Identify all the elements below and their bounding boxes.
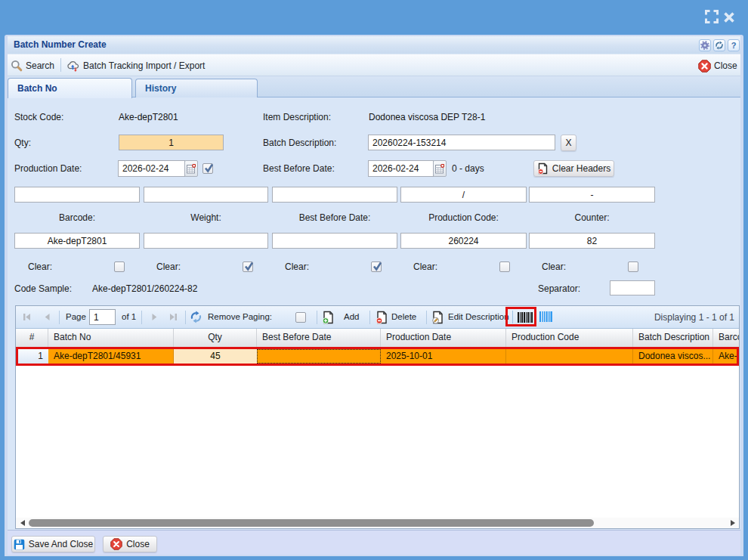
remove-paging-checkbox[interactable] [295, 312, 306, 323]
tab-history[interactable]: History [135, 79, 258, 97]
production-date-input[interactable]: 2026-02-24 [118, 160, 185, 177]
gear-icon [700, 41, 709, 50]
toolbar-separator [141, 311, 142, 324]
batch-grid: Page 1 of 1 Remove Paging: Add Delete Ed… [15, 305, 740, 529]
clear-headers-button[interactable]: Clear Headers [533, 160, 614, 177]
search-button[interactable]: Search [26, 60, 54, 71]
last-page-icon[interactable] [168, 311, 179, 323]
row-cell-num: 1 [18, 349, 48, 364]
best-before-date-input[interactable]: 2026-02-24 [368, 160, 434, 177]
close-x-icon[interactable] [723, 11, 735, 23]
row-cell-batch-no: Ake-depT2801/45931 [48, 349, 174, 364]
window-title: Batch Number Create [14, 39, 107, 50]
page-input[interactable]: 1 [89, 309, 116, 325]
refresh-button[interactable] [713, 39, 725, 51]
page-label: Page [66, 312, 86, 321]
weight-input[interactable] [144, 233, 268, 249]
segment-input-3[interactable] [272, 187, 397, 203]
clear-checkbox-1[interactable] [114, 261, 125, 272]
barcode-label: Barcode: [14, 212, 140, 224]
qty-input[interactable]: 1 [119, 135, 224, 150]
column-header-production-date[interactable]: Production Date [381, 329, 506, 347]
item-description-value: Dodonea viscosa DEP T28-1 [369, 111, 485, 123]
row-cell-best-before-date [257, 349, 381, 364]
stock-code-value: Ake-depT2801 [119, 111, 178, 123]
column-header-qty[interactable]: Qty [174, 329, 257, 347]
next-page-icon[interactable] [149, 311, 160, 323]
add-icon [322, 311, 335, 324]
prev-page-icon[interactable] [42, 311, 53, 323]
counter-input[interactable]: 82 [529, 233, 655, 249]
column-header-best-before-date[interactable]: Best Before Date [257, 329, 381, 347]
code-sample-label: Code Sample: [14, 283, 72, 295]
scroll-left-icon[interactable] [20, 520, 26, 526]
clear-checkbox-5[interactable] [628, 261, 638, 272]
import-export-cloud-icon [66, 60, 80, 72]
barcode-blue-icon[interactable] [539, 311, 554, 322]
production-code-input[interactable]: 260224 [400, 233, 527, 249]
production-date-checkbox[interactable] [202, 163, 213, 174]
segment-input-5[interactable]: - [529, 187, 655, 203]
production-date-trigger[interactable] [184, 160, 198, 177]
search-icon [11, 60, 23, 72]
row-cell-production-code [506, 349, 633, 364]
clear-checkbox-3[interactable] [371, 261, 382, 272]
segment-input-1[interactable] [14, 187, 140, 203]
help-button[interactable]: ? [728, 39, 740, 51]
clear-batch-description-button[interactable]: X [561, 135, 576, 151]
batch-description-label: Batch Description: [263, 137, 336, 149]
barcode-icon[interactable] [518, 312, 533, 323]
batch-tracking-import-export-button[interactable]: Batch Tracking Import / Export [83, 60, 205, 71]
tab-batch-no[interactable]: Batch No [8, 78, 132, 98]
scroll-right-icon[interactable] [730, 520, 736, 526]
toolbar-separator [369, 311, 370, 324]
edit-description-button[interactable]: Edit Description [448, 312, 509, 321]
toolbar-close-button[interactable]: Close [714, 60, 737, 71]
toolbar-separator [60, 58, 61, 72]
production-code-label: Production Code: [400, 212, 527, 224]
clear-label-1: Clear: [28, 261, 52, 273]
footer-close-button[interactable]: Close [103, 536, 157, 552]
best-before-date-label: Best Before Date: [263, 162, 335, 175]
remove-paging-label: Remove Paging: [208, 312, 272, 321]
calendar-icon [187, 164, 196, 174]
page-of-label: of 1 [122, 312, 136, 321]
column-header-batch-no[interactable]: Batch No [48, 329, 174, 347]
best-before-date-segment-input[interactable] [272, 233, 397, 249]
days-text: 0 - days [452, 162, 484, 175]
segment-input-4[interactable]: / [400, 187, 527, 203]
scrollbar-thumb[interactable] [29, 519, 594, 527]
stock-code-label: Stock Code: [14, 111, 63, 123]
row-cell-batch-description: Dodonea viscos... [633, 349, 713, 364]
delete-button[interactable]: Delete [391, 312, 416, 321]
table-row[interactable]: 1 Ake-depT2801/45931 45 2025-10-01 Dodon… [18, 349, 737, 364]
row-cell-production-date: 2025-10-01 [381, 349, 506, 364]
clear-checkbox-4[interactable] [499, 261, 510, 272]
grid-refresh-icon[interactable] [190, 311, 202, 323]
annotation-row-highlight: 1 Ake-depT2801/45931 45 2025-10-01 Dodon… [16, 347, 739, 366]
code-sample-value: Ake-depT2801/260224-82 [92, 283, 197, 295]
column-header-num[interactable]: # [16, 329, 48, 347]
settings-button[interactable] [699, 39, 711, 51]
column-header-batch-description[interactable]: Batch Description [633, 329, 713, 347]
first-page-icon[interactable] [21, 311, 32, 323]
column-header-production-code[interactable]: Production Code [506, 329, 633, 347]
edit-description-icon [431, 311, 444, 324]
barcode-input[interactable]: Ake-depT2801 [14, 233, 140, 249]
column-header-barcode[interactable]: Barcode [713, 329, 739, 347]
production-date-label: Production Date: [14, 162, 82, 175]
clear-checkbox-2[interactable] [243, 261, 253, 272]
clear-label-2: Clear: [156, 261, 181, 273]
add-button[interactable]: Add [344, 312, 359, 321]
batch-description-input[interactable]: 20260224-153214 [368, 135, 555, 150]
separator-input[interactable] [610, 280, 655, 295]
qty-label: Qty: [14, 137, 31, 149]
maximize-icon[interactable] [705, 10, 719, 23]
save-and-close-button[interactable]: Save And Close [11, 536, 95, 552]
toolbar-separator [317, 311, 317, 324]
best-before-date-trigger[interactable] [433, 160, 447, 177]
row-cell-qty: 45 [174, 349, 257, 364]
segment-input-2[interactable] [144, 187, 268, 203]
clear-label-4: Clear: [413, 261, 437, 273]
window-titlebar [8, 36, 740, 54]
